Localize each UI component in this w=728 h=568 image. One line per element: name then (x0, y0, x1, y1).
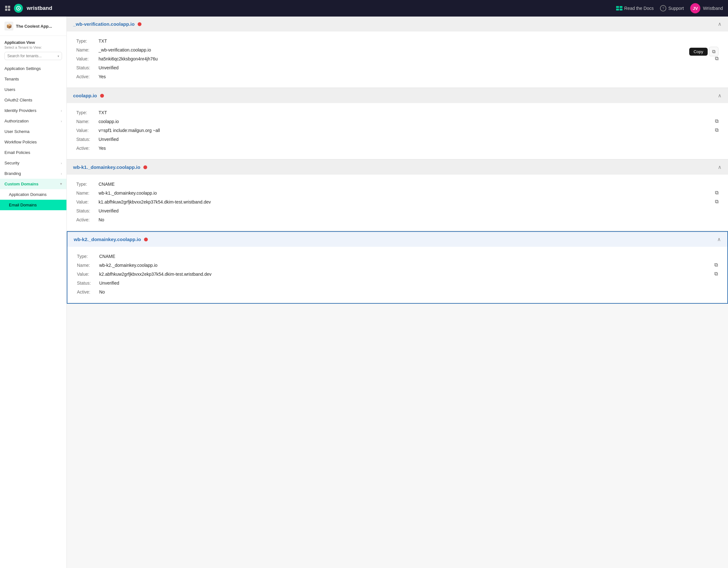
domain-body-wb-verification: Type: TXT Name: _wb-verification.coolapp… (67, 31, 728, 88)
domain-body-wb-k2: Type: CNAME Name: wb-k2._domainkey.coola… (67, 247, 727, 303)
collapse-icon: ∧ (718, 92, 722, 99)
field-value: Yes (99, 74, 718, 79)
nav-label: Identity Providers (4, 108, 36, 113)
field-value: k1.abfhkuw2grfjkbvxx2ekp37k54.dkim-test.… (99, 199, 718, 204)
sidebar-item-users[interactable]: Users (0, 84, 66, 95)
nav-label: Authorization (4, 119, 29, 123)
collapse-icon: ∧ (718, 164, 722, 170)
domain-header-coolapp[interactable]: coolapp.io ∧ (67, 88, 728, 103)
field-value: Unverified (99, 137, 718, 142)
nav-left: wristband (5, 4, 52, 13)
nav-label: Branding (4, 171, 21, 176)
top-navigation: wristband Read the Docs ? Support JV Wri… (0, 0, 728, 17)
field-row-type: Type: CNAME (77, 252, 718, 261)
field-row-type: Type: TXT (76, 37, 718, 45)
support-label: Support (668, 6, 684, 11)
sidebar-item-authorization[interactable]: Authorization› (0, 116, 66, 126)
field-value: CNAME (99, 254, 718, 259)
field-row-active: Active: Yes (76, 144, 718, 153)
domain-section-wb-k1: wb-k1._domainkey.coolapp.io ∧ Type: CNAM… (67, 160, 728, 231)
sidebar-item-custom-domains[interactable]: Custom Domains▾ (0, 179, 66, 189)
nav-right: Read the Docs ? Support JV Wristband (616, 3, 723, 13)
field-label: Name: (77, 263, 99, 268)
tenant-search-box[interactable]: ▾ (4, 52, 62, 60)
docs-button[interactable]: Read the Docs (616, 6, 654, 11)
copy-icon-only[interactable]: ⧉ (714, 262, 718, 268)
copy-icon-only[interactable]: ⧉ (715, 56, 718, 61)
field-label: Value: (76, 128, 99, 133)
field-label: Type: (76, 181, 99, 187)
app-name: wristband (27, 5, 52, 11)
sidebar-item-application-domains[interactable]: Application Domains (0, 189, 66, 200)
nav-label: Email Domains (9, 202, 37, 207)
nav-label: Workflow Policies (4, 140, 37, 144)
sidebar-item-workflow-policies[interactable]: Workflow Policies (0, 137, 66, 147)
sidebar-item-identity-providers[interactable]: Identity Providers› (0, 105, 66, 116)
svg-point-1 (18, 8, 19, 9)
nav-label: User Schema (4, 129, 30, 134)
nav-label: Tenants (4, 77, 19, 81)
domain-section-coolapp: coolapp.io ∧ Type: TXT Name: coolapp.io … (67, 88, 728, 160)
field-row-value: Value: k1.abfhkuw2grfjkbvxx2ekp37k54.dki… (76, 197, 718, 206)
field-value: No (99, 290, 718, 295)
chevron-right-icon: › (61, 172, 62, 175)
chevron-right-icon: › (61, 161, 62, 165)
field-row-name: Name: coolapp.io ⧉ (76, 117, 718, 126)
field-value: wb-k1._domainkey.coolapp.io (99, 190, 718, 195)
field-label: Active: (76, 74, 99, 79)
field-label: Status: (76, 208, 99, 213)
field-row-active: Active: No (76, 215, 718, 224)
field-label: Type: (76, 110, 99, 115)
docs-label: Read the Docs (624, 6, 654, 11)
sidebar-item-tenants[interactable]: Tenants (0, 74, 66, 84)
copy-icon-only[interactable]: ⧉ (715, 118, 718, 124)
field-value: ha5nki6qc2kksbgon4nr4jh76u (99, 56, 718, 61)
domain-body-wb-k1: Type: CNAME Name: wb-k1._domainkey.coola… (67, 174, 728, 231)
sidebar-item-branding[interactable]: Branding› (0, 168, 66, 179)
domain-header-left: _wb-verification.coolapp.io (73, 21, 141, 27)
field-label: Type: (77, 254, 99, 259)
field-value: wb-k2._domainkey.coolapp.io (99, 263, 718, 268)
domain-header-left: wb-k2._domainkey.coolapp.io (74, 236, 148, 242)
support-icon: ? (660, 5, 666, 11)
section-label: Application View (4, 40, 62, 45)
copy-icon-only[interactable]: ⧉ (715, 190, 718, 195)
field-value: TXT (99, 110, 718, 115)
sidebar-item-email-domains[interactable]: Email Domains (0, 200, 66, 210)
domain-header-wb-k1[interactable]: wb-k1._domainkey.coolapp.io ∧ (67, 160, 728, 174)
sidebar-app-header: 📦 The Coolest App... (0, 17, 66, 36)
chevron-down-icon: ▾ (60, 182, 62, 186)
domain-header-wb-k2[interactable]: wb-k2._domainkey.coolapp.io ∧ (67, 232, 727, 247)
tenant-search-input[interactable] (7, 54, 56, 58)
user-menu[interactable]: JV Wristband (690, 3, 723, 13)
domain-name: _wb-verification.coolapp.io (73, 21, 134, 27)
field-value: coolapp.io (99, 119, 718, 124)
sidebar-app-name: The Coolest App... (16, 24, 52, 29)
app-icon: 📦 (4, 22, 13, 31)
grid-icon[interactable] (5, 6, 10, 11)
field-value: No (99, 217, 718, 222)
copy-icon-only[interactable]: ⧉ (715, 127, 718, 133)
field-row-status: Status: Unverified (76, 63, 718, 72)
field-value: Unverified (99, 280, 718, 286)
field-value: v=spf1 include:mailgun.org ~all (99, 128, 718, 133)
domain-name: wb-k1._domainkey.coolapp.io (73, 164, 140, 170)
chevron-right-icon: › (61, 109, 62, 113)
field-value: Unverified (99, 65, 718, 70)
domain-section-wb-verification: _wb-verification.coolapp.io ∧ Type: TXT … (67, 17, 728, 88)
user-avatar: JV (690, 3, 700, 13)
sidebar-item-application-settings[interactable]: Application Settings (0, 63, 66, 74)
copy-icon-only[interactable]: ⧉ (715, 199, 718, 204)
field-label: Name: (76, 190, 99, 195)
field-row-active: Active: Yes (76, 72, 718, 81)
sidebar-item-oauth2-clients[interactable]: OAuth2 Clients (0, 95, 66, 105)
domain-header-wb-verification[interactable]: _wb-verification.coolapp.io ∧ (67, 17, 728, 31)
sidebar-item-email-policies[interactable]: Email Policies (0, 147, 66, 158)
field-row-name: Name: wb-k2._domainkey.coolapp.io ⧉ (77, 261, 718, 270)
field-value: _wb-verification.coolapp.io (99, 47, 718, 52)
sidebar-item-user-schema[interactable]: User Schema (0, 126, 66, 137)
support-button[interactable]: ? Support (660, 5, 684, 11)
sidebar-item-security[interactable]: Security› (0, 158, 66, 168)
copy-icon-only[interactable]: ⧉ (714, 271, 718, 277)
domain-header-left: wb-k1._domainkey.coolapp.io (73, 164, 147, 170)
